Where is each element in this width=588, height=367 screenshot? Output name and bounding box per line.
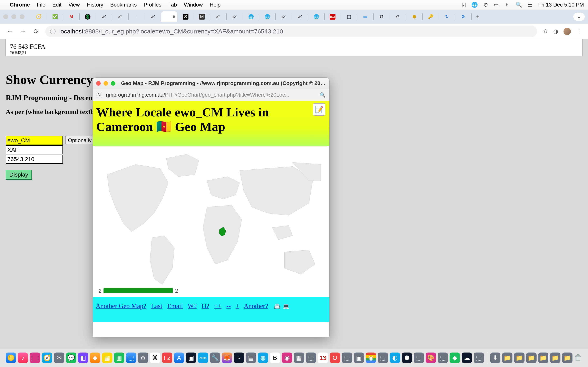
popup-close-button[interactable] <box>96 81 101 86</box>
messages-icon[interactable]: 💬 <box>66 352 76 363</box>
battery-icon[interactable]: ▭ <box>494 2 499 8</box>
folder-icon[interactable]: 📁 <box>538 352 549 363</box>
zoom-window-button[interactable] <box>20 14 25 19</box>
tab-17[interactable]: 🌐 <box>308 11 324 22</box>
locale-input[interactable] <box>6 136 63 145</box>
geo-map-chart[interactable]: 2 2 <box>93 146 329 297</box>
tab-15[interactable]: 🖊 <box>276 11 292 22</box>
amount-input[interactable] <box>6 155 63 164</box>
folder-icon[interactable]: 📁 <box>514 352 525 363</box>
tab-2[interactable]: M <box>63 11 79 22</box>
filezilla-icon[interactable]: Fz <box>162 352 172 363</box>
popup-zoom-icon[interactable]: 🔍 <box>320 92 326 98</box>
appletv-icon[interactable]: tv <box>234 352 244 363</box>
app-icon[interactable]: ◍ <box>258 352 268 363</box>
safari-icon[interactable]: 🧭 <box>42 352 52 363</box>
chrome-icon[interactable]: ◉ <box>366 352 376 363</box>
trash-icon[interactable]: 🗑 <box>574 353 582 362</box>
tab-14[interactable]: 🌐 <box>259 11 275 22</box>
tab-12[interactable]: 🖊 <box>227 11 242 22</box>
app-icon[interactable]: ▦ <box>294 352 304 363</box>
tab-0[interactable]: 🧭 <box>31 11 47 22</box>
tab-25[interactable]: ↻ <box>439 11 455 22</box>
popup-titlebar[interactable]: Geo Map - RJM Programming - //www.rjmpro… <box>93 78 329 89</box>
card-icon[interactable]: 📇 <box>274 303 280 309</box>
tab-26[interactable]: ⚙ <box>455 11 471 22</box>
firefox-icon[interactable]: 🦊 <box>222 352 232 363</box>
app-icon[interactable]: ☁ <box>462 352 472 363</box>
profile-avatar[interactable] <box>563 28 571 35</box>
tab-23[interactable]: ⬢ <box>406 11 422 22</box>
app-icon[interactable]: ▣ <box>354 352 364 363</box>
app-icon[interactable]: 🎨 <box>426 352 436 363</box>
tab-9[interactable]: S <box>178 11 194 22</box>
tab-3[interactable]: 💲 <box>80 11 95 22</box>
close-tab-icon[interactable]: ✖ <box>173 15 176 19</box>
app-icon[interactable]: ⌘ <box>150 352 160 363</box>
tab-24[interactable]: 🔑 <box>423 11 439 22</box>
status-icon[interactable]: ⌺ <box>462 2 466 8</box>
app-icon[interactable]: ▤ <box>246 352 256 363</box>
extension-icon[interactable]: ◑ <box>553 28 558 35</box>
link-plusminus[interactable]: ± <box>236 302 239 309</box>
note-icon[interactable]: 📝 <box>313 103 325 116</box>
menu-tab[interactable]: Tab <box>168 2 177 8</box>
back-button[interactable]: ← <box>6 28 13 35</box>
app-icon[interactable]: 🔧 <box>210 352 220 363</box>
tab-7[interactable]: 🖊 <box>145 11 161 22</box>
computer-icon[interactable]: 💻 <box>283 303 289 309</box>
popup-site-info-icon[interactable]: ⇅ <box>96 92 102 98</box>
bookmark-star-icon[interactable]: ☆ <box>543 28 548 35</box>
reload-button[interactable]: ⟳ <box>32 28 40 35</box>
menu-history[interactable]: History <box>87 2 103 8</box>
tab-11[interactable]: 🖊 <box>210 11 226 22</box>
finder-icon[interactable]: 🙂 <box>6 352 16 363</box>
tab-overflow-button[interactable]: ⌄ <box>573 13 585 21</box>
close-window-button[interactable] <box>3 14 8 19</box>
music-icon[interactable]: ♪ <box>18 352 28 363</box>
forward-button[interactable]: → <box>19 28 26 35</box>
menu-edit[interactable]: Edit <box>52 2 61 8</box>
podcasts-icon[interactable]: ⋮⋮ <box>30 352 40 363</box>
app-icon[interactable]: ◆ <box>450 352 460 363</box>
app-icon[interactable]: ⬚ <box>126 352 136 363</box>
appstore-icon[interactable]: A <box>174 352 184 363</box>
tab-4[interactable]: 🖊 <box>96 11 112 22</box>
app-icon[interactable]: ⬚ <box>378 352 388 363</box>
app-icon[interactable]: ◐ <box>390 352 400 363</box>
link-plusplus[interactable]: ++ <box>214 302 222 309</box>
play-icon[interactable]: ⊙ <box>484 2 488 8</box>
app-icon[interactable]: ⚙ <box>138 352 148 363</box>
tab-10[interactable]: M <box>194 11 210 22</box>
link-another[interactable]: Another? <box>244 302 268 309</box>
link-last[interactable]: Last <box>151 302 162 309</box>
tab-21[interactable]: G <box>374 11 389 22</box>
menubar-clock[interactable]: Fri 13 Dec 5:10 PM <box>538 2 584 8</box>
tab-18[interactable]: ISO <box>325 11 341 22</box>
app-icon[interactable]: ⬚ <box>306 352 316 363</box>
app-icon[interactable]: ◧ <box>78 352 88 363</box>
menu-file[interactable]: File <box>37 2 45 8</box>
link-email[interactable]: Email <box>167 302 183 309</box>
spotlight-icon[interactable]: 🔍 <box>516 2 522 8</box>
link-h[interactable]: H? <box>201 302 209 309</box>
menu-app[interactable]: Chrome <box>10 2 30 8</box>
menu-window[interactable]: Window <box>184 2 203 8</box>
app-icon[interactable]: ⬢ <box>402 352 412 363</box>
opera-icon[interactable]: O <box>330 352 340 363</box>
wifi-icon[interactable]: ᯤ <box>504 2 510 8</box>
zoom-icon[interactable]: zoom <box>198 352 208 363</box>
tab-5[interactable]: 🖊 <box>112 11 128 22</box>
tab-19[interactable]: ⬚ <box>341 11 357 22</box>
currency-input[interactable] <box>6 145 63 154</box>
menu-bookmarks[interactable]: Bookmarks <box>110 2 137 8</box>
tab-1[interactable]: ✅ <box>47 11 63 22</box>
control-center-icon[interactable]: ☰ <box>528 2 532 8</box>
menu-view[interactable]: View <box>68 2 80 8</box>
locale-icon[interactable]: 🌐 <box>471 2 478 8</box>
tab-22[interactable]: G <box>390 11 406 22</box>
chrome-menu-icon[interactable]: ⋮ <box>576 28 582 35</box>
link-minusminus[interactable]: -- <box>226 302 231 309</box>
brackets-icon[interactable]: B <box>270 352 280 363</box>
downloads-icon[interactable]: ⬇ <box>490 352 501 363</box>
